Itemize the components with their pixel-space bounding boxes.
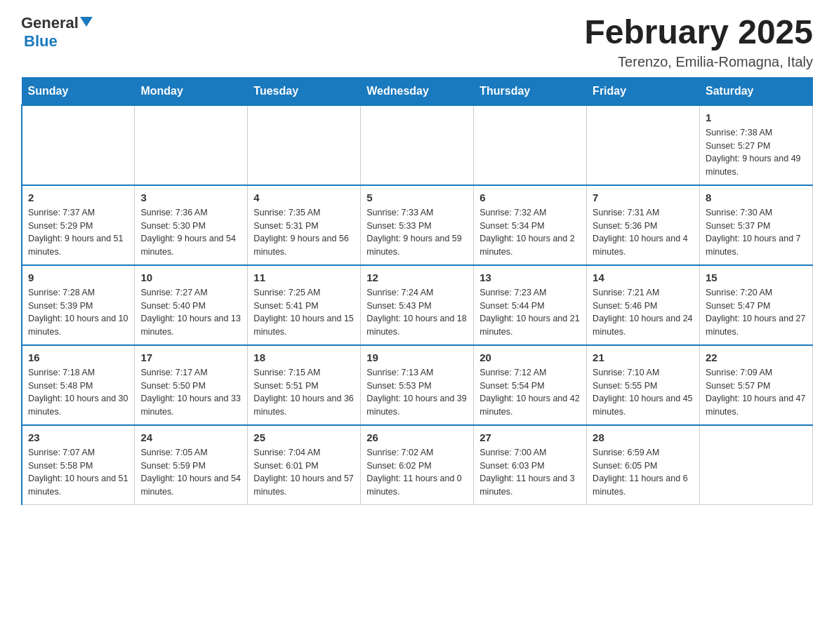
calendar-day-cell: 16Sunrise: 7:18 AMSunset: 5:48 PMDayligh…: [22, 345, 135, 425]
calendar-day-cell: 25Sunrise: 7:04 AMSunset: 6:01 PMDayligh…: [248, 425, 361, 505]
day-number: 15: [706, 271, 807, 283]
day-number: 23: [28, 431, 128, 443]
calendar-day-cell: 4Sunrise: 7:35 AMSunset: 5:31 PMDaylight…: [248, 185, 361, 265]
calendar-week-row: 2Sunrise: 7:37 AMSunset: 5:29 PMDaylight…: [22, 185, 813, 265]
day-info: Sunrise: 7:00 AMSunset: 6:03 PMDaylight:…: [479, 446, 581, 499]
day-info: Sunrise: 7:05 AMSunset: 5:59 PMDaylight:…: [140, 446, 241, 499]
day-number: 28: [593, 431, 694, 443]
month-title: February 2025: [584, 14, 813, 51]
title-block: February 2025 Terenzo, Emilia-Romagna, I…: [584, 14, 813, 70]
day-number: 5: [366, 192, 468, 203]
day-info: Sunrise: 7:25 AMSunset: 5:41 PMDaylight:…: [253, 286, 355, 339]
calendar-day-cell: 17Sunrise: 7:17 AMSunset: 5:50 PMDayligh…: [135, 345, 248, 425]
calendar-day-header: Sunday: [22, 77, 135, 105]
day-number: 9: [28, 271, 128, 283]
day-number: 4: [253, 192, 355, 203]
day-info: Sunrise: 7:32 AMSunset: 5:34 PMDaylight:…: [479, 206, 581, 259]
logo-general-text: General: [21, 14, 79, 32]
day-info: Sunrise: 7:24 AMSunset: 5:43 PMDaylight:…: [366, 286, 468, 339]
calendar-header-row: SundayMondayTuesdayWednesdayThursdayFrid…: [22, 77, 813, 105]
day-info: Sunrise: 7:10 AMSunset: 5:55 PMDaylight:…: [593, 366, 694, 419]
calendar-day-cell: 1Sunrise: 7:38 AMSunset: 5:27 PMDaylight…: [700, 105, 813, 185]
day-number: 6: [479, 192, 581, 203]
day-number: 18: [253, 351, 355, 363]
calendar-day-cell: 23Sunrise: 7:07 AMSunset: 5:58 PMDayligh…: [22, 425, 135, 505]
calendar-day-cell: 18Sunrise: 7:15 AMSunset: 5:51 PMDayligh…: [248, 345, 361, 425]
day-number: 10: [140, 271, 241, 283]
calendar-day-cell: 11Sunrise: 7:25 AMSunset: 5:41 PMDayligh…: [248, 265, 361, 345]
day-number: 21: [593, 351, 694, 363]
calendar-day-cell: [587, 105, 700, 185]
page-header: General Blue February 2025 Terenzo, Emil…: [21, 14, 813, 70]
calendar-table: SundayMondayTuesdayWednesdayThursdayFrid…: [21, 77, 813, 505]
day-info: Sunrise: 7:23 AMSunset: 5:44 PMDaylight:…: [479, 286, 581, 339]
calendar-day-header: Monday: [135, 77, 248, 105]
day-info: Sunrise: 7:33 AMSunset: 5:33 PMDaylight:…: [366, 206, 468, 259]
day-number: 27: [479, 431, 581, 443]
day-info: Sunrise: 7:36 AMSunset: 5:30 PMDaylight:…: [140, 206, 241, 259]
day-number: 19: [366, 351, 468, 363]
day-info: Sunrise: 6:59 AMSunset: 6:05 PMDaylight:…: [593, 446, 694, 499]
day-number: 14: [593, 271, 694, 283]
calendar-day-cell: 14Sunrise: 7:21 AMSunset: 5:46 PMDayligh…: [587, 265, 700, 345]
calendar-day-cell: 9Sunrise: 7:28 AMSunset: 5:39 PMDaylight…: [22, 265, 135, 345]
day-number: 13: [479, 271, 581, 283]
day-info: Sunrise: 7:31 AMSunset: 5:36 PMDaylight:…: [593, 206, 694, 259]
day-number: 25: [253, 431, 355, 443]
calendar-day-cell: 2Sunrise: 7:37 AMSunset: 5:29 PMDaylight…: [22, 185, 135, 265]
day-number: 12: [366, 271, 468, 283]
calendar-day-cell: 12Sunrise: 7:24 AMSunset: 5:43 PMDayligh…: [361, 265, 474, 345]
day-number: 24: [140, 431, 241, 443]
day-info: Sunrise: 7:12 AMSunset: 5:54 PMDaylight:…: [479, 366, 581, 419]
day-info: Sunrise: 7:20 AMSunset: 5:47 PMDaylight:…: [706, 286, 807, 339]
day-number: 17: [140, 351, 241, 363]
calendar-day-cell: 10Sunrise: 7:27 AMSunset: 5:40 PMDayligh…: [135, 265, 248, 345]
calendar-day-cell: 20Sunrise: 7:12 AMSunset: 5:54 PMDayligh…: [474, 345, 587, 425]
calendar-week-row: 16Sunrise: 7:18 AMSunset: 5:48 PMDayligh…: [22, 345, 813, 425]
day-number: 26: [366, 431, 468, 443]
day-number: 3: [140, 192, 241, 203]
calendar-day-cell: 6Sunrise: 7:32 AMSunset: 5:34 PMDaylight…: [474, 185, 587, 265]
calendar-day-cell: [361, 105, 474, 185]
day-info: Sunrise: 7:35 AMSunset: 5:31 PMDaylight:…: [253, 206, 355, 259]
day-info: Sunrise: 7:30 AMSunset: 5:37 PMDaylight:…: [706, 206, 807, 259]
day-number: 20: [479, 351, 581, 363]
calendar-day-cell: 24Sunrise: 7:05 AMSunset: 5:59 PMDayligh…: [135, 425, 248, 505]
calendar-day-cell: 3Sunrise: 7:36 AMSunset: 5:30 PMDaylight…: [135, 185, 248, 265]
calendar-day-cell: 13Sunrise: 7:23 AMSunset: 5:44 PMDayligh…: [474, 265, 587, 345]
day-info: Sunrise: 7:15 AMSunset: 5:51 PMDaylight:…: [253, 366, 355, 419]
calendar-day-cell: 22Sunrise: 7:09 AMSunset: 5:57 PMDayligh…: [700, 345, 813, 425]
day-info: Sunrise: 7:38 AMSunset: 5:27 PMDaylight:…: [706, 126, 807, 179]
day-info: Sunrise: 7:18 AMSunset: 5:48 PMDaylight:…: [28, 366, 128, 419]
day-info: Sunrise: 7:09 AMSunset: 5:57 PMDaylight:…: [706, 366, 807, 419]
day-info: Sunrise: 7:04 AMSunset: 6:01 PMDaylight:…: [253, 446, 355, 499]
day-info: Sunrise: 7:21 AMSunset: 5:46 PMDaylight:…: [593, 286, 694, 339]
calendar-day-cell: 15Sunrise: 7:20 AMSunset: 5:47 PMDayligh…: [700, 265, 813, 345]
calendar-day-cell: 27Sunrise: 7:00 AMSunset: 6:03 PMDayligh…: [474, 425, 587, 505]
location-text: Terenzo, Emilia-Romagna, Italy: [584, 54, 813, 70]
calendar-day-cell: [22, 105, 135, 185]
calendar-day-cell: [248, 105, 361, 185]
calendar-day-header: Tuesday: [248, 77, 361, 105]
calendar-day-cell: 28Sunrise: 6:59 AMSunset: 6:05 PMDayligh…: [587, 425, 700, 505]
calendar-day-header: Saturday: [700, 77, 813, 105]
day-number: 2: [28, 192, 128, 203]
calendar-week-row: 1Sunrise: 7:38 AMSunset: 5:27 PMDaylight…: [22, 105, 813, 185]
calendar-day-cell: 7Sunrise: 7:31 AMSunset: 5:36 PMDaylight…: [587, 185, 700, 265]
day-number: 8: [706, 192, 807, 203]
calendar-day-cell: [700, 425, 813, 505]
day-number: 16: [28, 351, 128, 363]
day-info: Sunrise: 7:13 AMSunset: 5:53 PMDaylight:…: [366, 366, 468, 419]
day-number: 1: [706, 112, 807, 123]
logo-blue-text: Blue: [24, 32, 58, 50]
day-number: 22: [706, 351, 807, 363]
logo-triangle-icon: [80, 17, 93, 27]
calendar-week-row: 9Sunrise: 7:28 AMSunset: 5:39 PMDaylight…: [22, 265, 813, 345]
day-info: Sunrise: 7:17 AMSunset: 5:50 PMDaylight:…: [140, 366, 241, 419]
day-info: Sunrise: 7:37 AMSunset: 5:29 PMDaylight:…: [28, 206, 128, 259]
calendar-day-cell: [135, 105, 248, 185]
logo: General Blue: [21, 14, 93, 51]
day-info: Sunrise: 7:07 AMSunset: 5:58 PMDaylight:…: [28, 446, 128, 499]
day-info: Sunrise: 7:27 AMSunset: 5:40 PMDaylight:…: [140, 286, 241, 339]
calendar-day-cell: 26Sunrise: 7:02 AMSunset: 6:02 PMDayligh…: [361, 425, 474, 505]
